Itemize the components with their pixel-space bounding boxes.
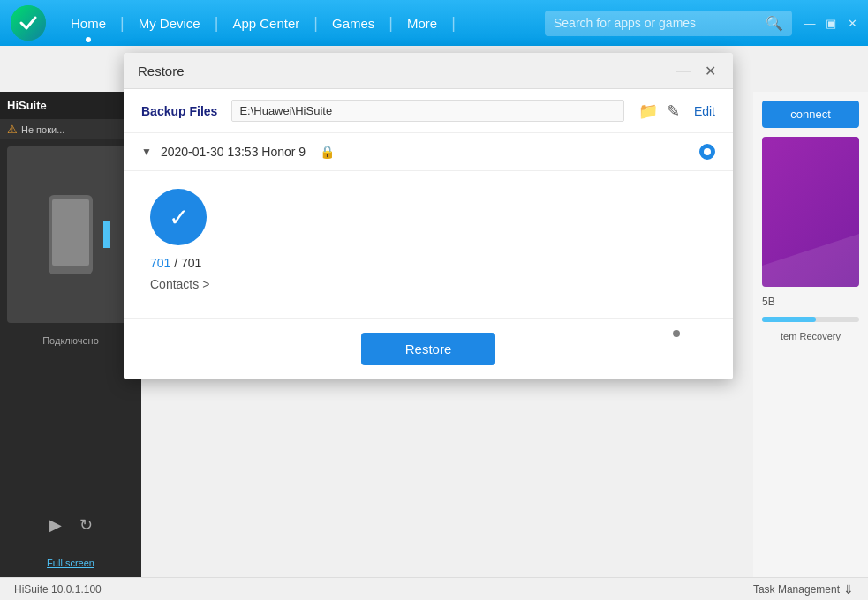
device-status-text: Подключено: [42, 335, 99, 346]
backup-date: 2020-01-30 13:53 Honor 9: [161, 145, 306, 159]
nav-items: Home | My Device | App Center | Games | …: [57, 0, 456, 46]
contacts-total: 701: [181, 256, 201, 270]
nav-app-center[interactable]: App Center: [218, 0, 313, 46]
task-management[interactable]: Task Management ⇓: [753, 582, 854, 596]
modal-minimize-button[interactable]: ―: [675, 62, 692, 79]
full-screen-link[interactable]: Full screen: [47, 558, 94, 568]
right-panel: connect 5B tem Recovery: [753, 92, 868, 577]
purple-banner: [762, 137, 859, 287]
expand-arrow[interactable]: ▼: [141, 146, 152, 158]
search-box: 🔍: [545, 11, 792, 36]
minimize-button[interactable]: ―: [803, 16, 817, 30]
device-warning: ⚠ Не поки...: [0, 119, 141, 139]
nav-more[interactable]: More: [393, 0, 451, 46]
warning-text: Не поки...: [21, 124, 64, 135]
device-bottom-icons: ▶ ↻: [0, 508, 141, 542]
device-title: HiSuite: [7, 99, 47, 112]
storage-bar: [762, 317, 816, 322]
statusbar: HiSuite 10.0.1.100 Task Management ⇓: [0, 577, 868, 600]
task-management-label: Task Management: [753, 583, 840, 596]
edit-link[interactable]: Edit: [694, 104, 715, 118]
maximize-button[interactable]: ▣: [824, 16, 838, 30]
phone-body: [49, 195, 93, 274]
svg-point-1: [11, 5, 46, 41]
backup-label: Backup Files: [141, 104, 217, 118]
contacts-current: 701: [150, 256, 170, 270]
app-logo: [9, 4, 48, 42]
play-icon[interactable]: ▶: [49, 515, 62, 535]
search-input[interactable]: [554, 16, 766, 30]
lock-icon: 🔒: [320, 145, 335, 159]
purple-shape: [762, 234, 859, 287]
restore-button[interactable]: Restore: [361, 333, 496, 365]
check-icon: ✓: [169, 203, 189, 232]
modal-footer: Restore: [124, 318, 733, 379]
nav-home[interactable]: Home: [57, 0, 120, 46]
modal-titlebar: Restore ― ✕: [124, 53, 733, 89]
version-label: HiSuite 10.0.1.100: [14, 583, 102, 596]
edit-icon[interactable]: ✎: [667, 101, 680, 121]
reconnect-button[interactable]: connect: [762, 101, 859, 128]
backup-row: Backup Files E:\Huawei\HiSuite 📁 ✎ Edit: [124, 89, 733, 133]
warning-icon: ⚠: [7, 123, 18, 136]
download-icon: ⇓: [843, 582, 854, 596]
backup-icons: 📁 ✎: [638, 101, 680, 121]
topbar: Home | My Device | App Center | Games | …: [0, 0, 868, 46]
restore-modal: Restore ― ✕ Backup Files E:\Huawei\HiSui…: [124, 53, 733, 379]
contacts-icon-wrap: ✓: [150, 189, 207, 245]
nav-my-device[interactable]: My Device: [125, 0, 215, 46]
refresh-icon[interactable]: ↻: [79, 515, 93, 535]
close-button[interactable]: ✕: [845, 16, 859, 30]
backup-entry: ▼ 2020-01-30 13:53 Honor 9 🔒: [124, 133, 733, 171]
system-recovery-label: tem Recovery: [781, 331, 841, 341]
contacts-count: 701 / 701: [150, 256, 201, 270]
usb-cable: [103, 221, 110, 248]
device-screen: [7, 146, 134, 323]
backup-radio[interactable]: [699, 144, 715, 160]
device-panel: HiSuite ⚠ Не поки... Подключено ▶ ↻ Full…: [0, 92, 141, 577]
window-controls: ― ▣ ✕: [803, 16, 859, 30]
contacts-link[interactable]: Contacts >: [150, 277, 209, 291]
folder-icon[interactable]: 📁: [638, 101, 658, 121]
device-status: Подключено: [0, 330, 141, 351]
nav-games[interactable]: Games: [318, 0, 389, 46]
contacts-area: ✓ 701 / 701 Contacts >: [124, 171, 733, 309]
search-icon[interactable]: 🔍: [766, 15, 783, 32]
modal-title: Restore: [138, 64, 185, 79]
device-header: HiSuite: [0, 92, 141, 119]
phone-screen-inner: [52, 199, 89, 266]
storage-bar-container: [762, 317, 859, 322]
backup-path: E:\Huawei\HiSuite: [231, 100, 624, 122]
modal-close-button[interactable]: ✕: [701, 62, 719, 79]
storage-label: 5B: [753, 296, 775, 308]
modal-controls: ― ✕: [675, 62, 719, 79]
